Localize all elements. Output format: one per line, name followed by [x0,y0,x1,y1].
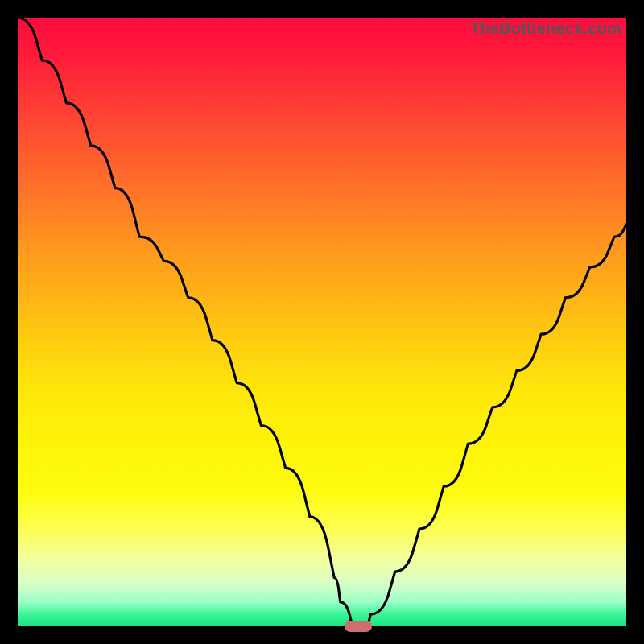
curve-path [18,18,626,626]
bottleneck-curve [18,18,626,626]
plot-area: TheBottleneck.com [18,18,626,626]
chart-frame: TheBottleneck.com [0,0,644,644]
optimal-marker [345,621,372,632]
